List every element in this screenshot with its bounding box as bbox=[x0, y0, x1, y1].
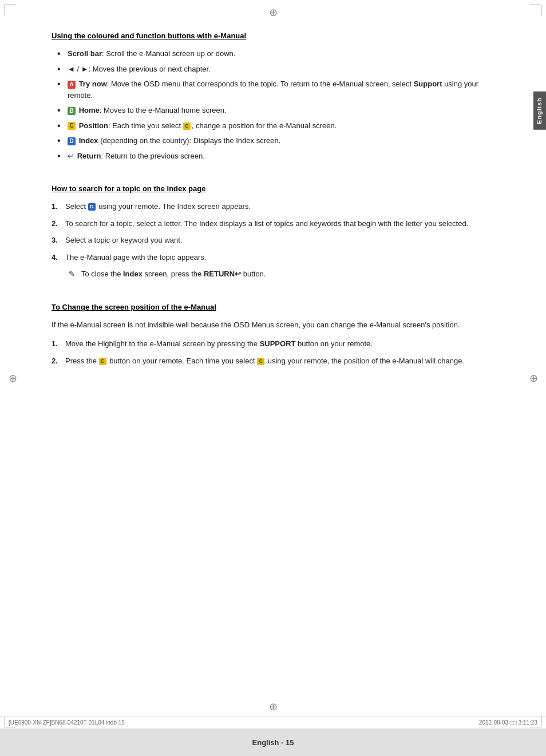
btn-c-icon: C bbox=[68, 122, 76, 130]
cross-right-icon bbox=[528, 373, 539, 384]
section3-title: To Change the screen position of the e-M… bbox=[52, 303, 490, 311]
step2-1-text: Select D using your remote. The Index sc… bbox=[65, 201, 251, 212]
bullet-trynow-bold: Try now bbox=[79, 80, 107, 88]
step2-2-num: 2. bbox=[52, 218, 63, 229]
meta-bar: [UE6900-XN-ZF]BN68-04210T-01L04.indb 15 … bbox=[0, 716, 546, 729]
step2-3-num: 3. bbox=[52, 235, 63, 246]
step2-4-num: 4. bbox=[52, 252, 63, 263]
section1-title: Using the coloured and function buttons … bbox=[52, 31, 490, 40]
bullet-arrows-text: ◄ / ►: Moves the previous or next chapte… bbox=[68, 65, 211, 73]
bullet-home-text: : Moves to the e-Manual home screen. bbox=[100, 106, 227, 114]
bullet-return-bold: Return bbox=[77, 152, 101, 160]
section-coloured-buttons: Using the coloured and function buttons … bbox=[52, 31, 490, 161]
note-text: To close the Index screen, press the RET… bbox=[81, 268, 266, 280]
section2-steps: 1. Select D using your remote. The Index… bbox=[52, 201, 490, 263]
bullet-position-bold: Position bbox=[79, 121, 108, 130]
step3-2-num: 2. bbox=[52, 355, 63, 367]
btn-d-icon: D bbox=[68, 137, 76, 145]
meta-left: [UE6900-XN-ZF]BN68-04210T-01L04.indb 15 bbox=[9, 719, 125, 726]
step3-2: 2. Press the C button on your remote. Ea… bbox=[52, 355, 490, 367]
step3-1-num: 1. bbox=[52, 338, 63, 350]
bullet-return: ↩ Return: Return to the previous screen. bbox=[57, 151, 490, 162]
gap1 bbox=[52, 173, 490, 184]
btn-b-icon: B bbox=[68, 107, 76, 115]
step3-2-text: Press the C button on your remote. Each … bbox=[65, 355, 464, 367]
bullet-index-text: (depending on the country): Displays the… bbox=[98, 136, 281, 145]
step2-2: 2. To search for a topic, select a lette… bbox=[52, 218, 490, 229]
bullet-scrollbar-text: : Scroll the e-Manual screen up or down. bbox=[102, 49, 235, 58]
step3-1-text: Move the Highlight to the e-Manual scree… bbox=[65, 338, 373, 350]
return-icon: ↩ bbox=[68, 151, 74, 162]
bullet-scrollbar-bold: Scroll bar bbox=[68, 49, 102, 58]
bullet-position-text: : Each time you select C, change a posit… bbox=[108, 121, 337, 130]
step2-4: 4. The e-Manual page with the topic appe… bbox=[52, 252, 490, 263]
bullet-trynow-text: : Move the OSD menu that corresponds to … bbox=[68, 80, 478, 100]
footer: English - 15 bbox=[0, 729, 546, 756]
main-content: Using the coloured and function buttons … bbox=[0, 0, 533, 423]
section2-title: How to search for a topic on the index p… bbox=[52, 184, 490, 193]
step2-2-text: To search for a topic, select a letter. … bbox=[65, 218, 468, 229]
bullet-home: B Home: Moves to the e-Manual home scree… bbox=[57, 105, 490, 116]
cross-left-icon bbox=[7, 373, 18, 384]
step2-1: 1. Select D using your remote. The Index… bbox=[52, 201, 490, 212]
bullet-trynow: A Try now: Move the OSD menu that corres… bbox=[57, 78, 490, 101]
bullet-arrows: ◄ / ►: Moves the previous or next chapte… bbox=[57, 64, 490, 75]
step2-3: 3. Select a topic or keyword you want. bbox=[52, 235, 490, 246]
footer-text: English - 15 bbox=[252, 738, 294, 747]
bullet-index-bold: Index bbox=[79, 136, 98, 145]
page-container: ⊕ English Using the coloured and functio… bbox=[0, 0, 546, 756]
cross-top-icon bbox=[267, 7, 279, 18]
sidebar-english-label: English bbox=[533, 92, 546, 130]
bullet-scrollbar: Scroll bar: Scroll the e-Manual screen u… bbox=[57, 48, 490, 60]
step2-4-text: The e-Manual page with the topic appears… bbox=[65, 252, 206, 263]
section3-intro: If the e-Manual screen is not invisible … bbox=[52, 319, 490, 331]
section2-note: ✎ To close the Index screen, press the R… bbox=[52, 268, 490, 280]
note-icon: ✎ bbox=[69, 268, 78, 280]
step2-3-text: Select a topic or keyword you want. bbox=[65, 235, 183, 246]
gap2 bbox=[52, 291, 490, 303]
bullet-index: D Index (depending on the country): Disp… bbox=[57, 135, 490, 147]
btn-a-icon: A bbox=[68, 81, 76, 89]
section3-steps: 1. Move the Highlight to the e-Manual sc… bbox=[52, 338, 490, 366]
step3-1: 1. Move the Highlight to the e-Manual sc… bbox=[52, 338, 490, 350]
bullet-position: C Position: Each time you select C, chan… bbox=[57, 120, 490, 132]
step2-1-num: 1. bbox=[52, 201, 63, 212]
section1-bullet-list: Scroll bar: Scroll the e-Manual screen u… bbox=[57, 48, 490, 161]
section-change-position: To Change the screen position of the e-M… bbox=[52, 303, 490, 367]
bullet-home-bold: Home bbox=[79, 106, 100, 114]
meta-right: 2012-08-03 □□ 3:11:23 bbox=[479, 719, 537, 726]
cross-bottom-icon: ⊕ bbox=[269, 700, 278, 713]
bullet-return-text: : Return to the previous screen. bbox=[101, 152, 205, 160]
section-search-topic: How to search for a topic on the index p… bbox=[52, 184, 490, 280]
